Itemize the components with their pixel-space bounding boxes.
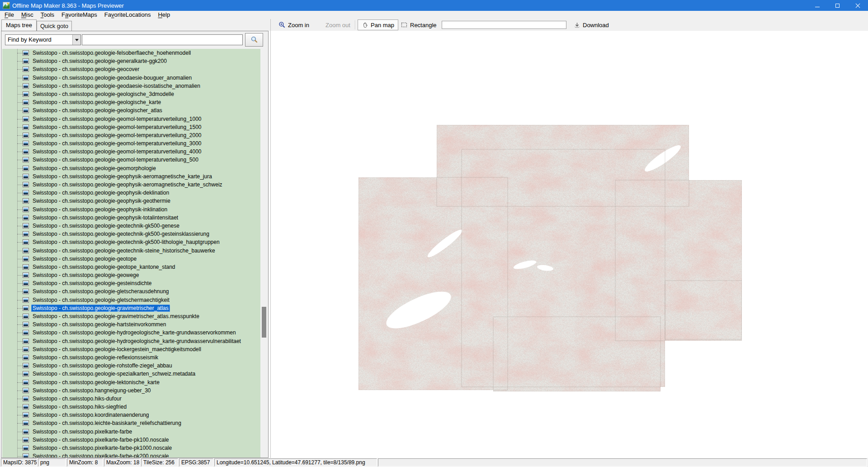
tree-item[interactable]: Swisstopo - ch.swisstopo.pixelkarte-farb… bbox=[2, 436, 261, 444]
menu-file[interactable]: File bbox=[1, 11, 18, 19]
tree-item[interactable]: Swisstopo - ch.swisstopo.leichte-basiska… bbox=[2, 419, 261, 427]
tree-item-label: Swisstopo - ch.swisstopo.geologie-locker… bbox=[31, 346, 203, 353]
map-layer-icon bbox=[23, 437, 29, 443]
menu-favoritelocations[interactable]: FavoriteLocations bbox=[101, 11, 155, 19]
chevron-down-icon bbox=[75, 39, 79, 41]
rectangle-button[interactable]: Rectangle bbox=[401, 19, 437, 31]
tab-quick-goto[interactable]: Quick goto bbox=[37, 21, 72, 31]
tree-item[interactable]: Swisstopo - ch.swisstopo.geologie-spezia… bbox=[2, 370, 261, 378]
menu-misc[interactable]: Misc bbox=[18, 11, 37, 19]
tree-item[interactable]: Swisstopo - ch.swisstopo.geologie-geolog… bbox=[2, 90, 261, 98]
tree-connector bbox=[17, 341, 23, 342]
tree-item[interactable]: Swisstopo - ch.swisstopo.geologie-tekton… bbox=[2, 378, 261, 386]
zoom-out-button[interactable]: Zoom out bbox=[326, 19, 350, 31]
tree-item[interactable]: Swisstopo - ch.swisstopo.geologie-geomol… bbox=[2, 139, 261, 148]
tree-connector bbox=[17, 160, 23, 160]
map-layer-icon bbox=[23, 141, 29, 146]
close-button[interactable] bbox=[848, 0, 868, 11]
tree-connector bbox=[17, 110, 23, 111]
tree-scrollbar[interactable] bbox=[260, 49, 268, 457]
zoom-in-button[interactable]: Zoom in bbox=[278, 19, 309, 31]
tree-item[interactable]: Swisstopo - ch.swisstopo.hangneigung-ueb… bbox=[2, 386, 261, 395]
maximize-button[interactable] bbox=[827, 0, 848, 11]
tree-item-label: Swisstopo - ch.swisstopo.geologie-geotop… bbox=[31, 255, 138, 262]
tree-item[interactable]: Swisstopo - ch.swisstopo.geologie-geotec… bbox=[2, 247, 261, 255]
tree-item-label: Swisstopo - ch.swisstopo.geologie-gestei… bbox=[31, 280, 153, 287]
tree-item[interactable]: Swisstopo - ch.swisstopo.geologie-genera… bbox=[2, 57, 261, 65]
tree-item[interactable]: Swisstopo - ch.swisstopo.hiks-dufour bbox=[2, 395, 261, 403]
tree-item[interactable]: Swisstopo - ch.swisstopo.geologie-geophy… bbox=[2, 172, 261, 181]
find-mode-select[interactable]: Find by Keyword bbox=[5, 34, 81, 45]
tree-connector bbox=[17, 69, 23, 70]
tree-item[interactable]: Swisstopo - ch.swisstopo.koordinatenaend… bbox=[2, 411, 261, 419]
tree-connector bbox=[17, 143, 23, 144]
tree-connector bbox=[17, 102, 23, 103]
tree-item[interactable]: Swisstopo - ch.swisstopo.geologie-felsob… bbox=[2, 49, 261, 57]
tree-connector bbox=[17, 251, 23, 251]
tree-item[interactable]: Swisstopo - ch.swisstopo.geologie-reflex… bbox=[2, 353, 261, 362]
tree-item[interactable]: Swisstopo - ch.swisstopo.geologie-hydrog… bbox=[2, 329, 261, 337]
tree-item[interactable]: Swisstopo - ch.swisstopo.geologie-geophy… bbox=[2, 189, 261, 197]
tree-item[interactable]: Swisstopo - ch.swisstopo.geologie-gestei… bbox=[2, 279, 261, 287]
tree-connector bbox=[17, 423, 23, 424]
tree-item[interactable]: Swisstopo - ch.swisstopo.geologie-rohsto… bbox=[2, 362, 261, 370]
tab-maps-tree[interactable]: Maps tree bbox=[1, 19, 37, 31]
tree-item[interactable]: Swisstopo - ch.swisstopo.geologie-geomol… bbox=[2, 123, 261, 131]
tree-item-label: Swisstopo - ch.swisstopo.geologie-hartst… bbox=[31, 321, 167, 328]
tree-item[interactable]: Swisstopo - ch.swisstopo.geologie-geocov… bbox=[2, 65, 261, 73]
tree-item[interactable]: Swisstopo - ch.swisstopo.geologie-gletsc… bbox=[2, 287, 261, 295]
tree-item[interactable]: Swisstopo - ch.swisstopo.geologie-geotop… bbox=[2, 255, 261, 263]
download-button[interactable]: Download bbox=[574, 19, 609, 31]
tree-item[interactable]: Swisstopo - ch.swisstopo.geologie-locker… bbox=[2, 345, 261, 353]
tree-scrollbar-thumb[interactable] bbox=[262, 307, 266, 338]
toolbar-input[interactable] bbox=[442, 21, 566, 29]
tree-item[interactable]: Swisstopo - ch.swisstopo.geologie-geomol… bbox=[2, 115, 261, 123]
tree-item[interactable]: Swisstopo - ch.swisstopo.pixelkarte-farb… bbox=[2, 452, 261, 457]
tree-item[interactable]: Swisstopo - ch.swisstopo.geologie-geotec… bbox=[2, 238, 261, 246]
map-layer-icon bbox=[23, 182, 29, 187]
status-segment-0: MapsID: 3875 bbox=[1, 458, 37, 467]
tree-item-label: Swisstopo - ch.swisstopo.geologie-geotec… bbox=[31, 247, 217, 254]
tree-item[interactable]: Swisstopo - ch.swisstopo.geologie-geomor… bbox=[2, 164, 261, 172]
tree-item[interactable]: Swisstopo - ch.swisstopo.geologie-geodae… bbox=[2, 74, 261, 82]
tree-item[interactable]: Swisstopo - ch.swisstopo.geologie-hartst… bbox=[2, 320, 261, 329]
tree-item[interactable]: Swisstopo - ch.swisstopo.geologie-geotec… bbox=[2, 230, 261, 238]
tree-item[interactable]: Swisstopo - ch.swisstopo.geologie-geophy… bbox=[2, 181, 261, 189]
menu-tools[interactable]: Tools bbox=[37, 11, 58, 19]
tree-item[interactable]: Swisstopo - ch.swisstopo.geologie-geodae… bbox=[2, 82, 261, 90]
tree-item[interactable]: Swisstopo - ch.swisstopo.geologie-geolog… bbox=[2, 106, 261, 114]
tree-item[interactable]: Swisstopo - ch.swisstopo.geologie-gravim… bbox=[2, 304, 261, 312]
tree-connector bbox=[17, 399, 23, 399]
tree-connector bbox=[17, 218, 23, 218]
tree-item-label: Swisstopo - ch.swisstopo.geologie-reflex… bbox=[31, 354, 160, 361]
tree-item[interactable]: Swisstopo - ch.swisstopo.geologie-gravim… bbox=[2, 312, 261, 320]
menu-help[interactable]: Help bbox=[154, 11, 174, 19]
tree-item[interactable]: Swisstopo - ch.swisstopo.geologie-hydrog… bbox=[2, 337, 261, 345]
tree-item[interactable]: Swisstopo - ch.swisstopo.geologie-geolog… bbox=[2, 98, 261, 106]
tree-item[interactable]: Swisstopo - ch.swisstopo.geologie-geophy… bbox=[2, 197, 261, 205]
search-input[interactable] bbox=[82, 34, 243, 45]
menu-favoritemaps[interactable]: FavoriteMaps bbox=[58, 11, 101, 19]
tree-item-label: Swisstopo - ch.swisstopo.geologie-spezia… bbox=[31, 370, 197, 377]
tree-item[interactable]: Swisstopo - ch.swisstopo.geologie-gletsc… bbox=[2, 296, 261, 304]
map-layer-icon bbox=[23, 198, 29, 204]
map-viewport[interactable] bbox=[271, 31, 868, 458]
pan-map-button[interactable]: Pan map bbox=[358, 19, 398, 30]
tree-item[interactable]: Swisstopo - ch.swisstopo.geologie-geomol… bbox=[2, 156, 261, 164]
search-button[interactable] bbox=[245, 33, 263, 47]
tree-item[interactable]: Swisstopo - ch.swisstopo.geologie-geoweg… bbox=[2, 271, 261, 279]
tree-item[interactable]: Swisstopo - ch.swisstopo.pixelkarte-farb… bbox=[2, 444, 261, 452]
download-label: Download bbox=[583, 22, 609, 29]
tree-item[interactable]: Swisstopo - ch.swisstopo.geologie-geotop… bbox=[2, 263, 261, 271]
tree-item[interactable]: Swisstopo - ch.swisstopo.geologie-geomol… bbox=[2, 131, 261, 139]
tree-item[interactable]: Swisstopo - ch.swisstopo.geologie-geotec… bbox=[2, 222, 261, 230]
minimize-button[interactable] bbox=[807, 0, 827, 11]
tree-item[interactable]: Swisstopo - ch.swisstopo.geologie-geomol… bbox=[2, 148, 261, 156]
tree-item[interactable]: Swisstopo - ch.swisstopo.pixelkarte-farb… bbox=[2, 428, 261, 436]
toolbar-separator bbox=[355, 20, 355, 29]
combo-dropdown-button[interactable] bbox=[72, 35, 80, 45]
tree-connector bbox=[17, 415, 23, 415]
tree-item[interactable]: Swisstopo - ch.swisstopo.geologie-geophy… bbox=[2, 214, 261, 222]
tree-item[interactable]: Swisstopo - ch.swisstopo.hiks-siegfried bbox=[2, 403, 261, 411]
tree-item[interactable]: Swisstopo - ch.swisstopo.geologie-geophy… bbox=[2, 205, 261, 214]
